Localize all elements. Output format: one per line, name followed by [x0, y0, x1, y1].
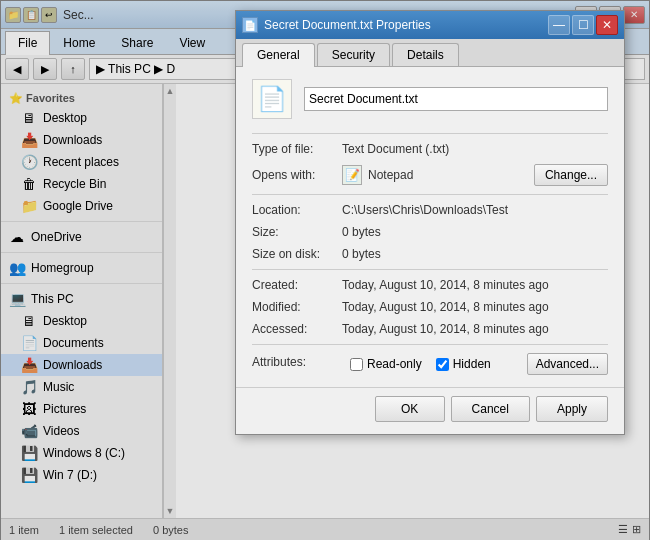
prop-row-type: Type of file: Text Document (.txt): [252, 142, 608, 156]
notepad-icon: 📝: [342, 165, 362, 185]
type-label: Type of file:: [252, 142, 342, 156]
dialog-content: 📄 Type of file: Text Document (.txt) Ope…: [236, 67, 624, 387]
prop-row-attributes: Attributes: Read-only Hidden Advanced...: [252, 353, 608, 375]
accessed-label: Accessed:: [252, 322, 342, 336]
prop-row-accessed: Accessed: Today, August 10, 2014, 8 minu…: [252, 322, 608, 336]
prop-row-location: Location: C:\Users\Chris\Downloads\Test: [252, 203, 608, 217]
dialog-maximize-btn[interactable]: ☐: [572, 15, 594, 35]
readonly-checkbox-label[interactable]: Read-only: [350, 357, 422, 371]
opens-value: Notepad: [368, 168, 413, 182]
prop-row-opens: Opens with: 📝 Notepad Change...: [252, 164, 608, 186]
modified-value: Today, August 10, 2014, 8 minutes ago: [342, 300, 549, 314]
apply-button[interactable]: Apply: [536, 396, 608, 422]
attributes-label: Attributes:: [252, 353, 342, 369]
dialog-tab-security[interactable]: Security: [317, 43, 390, 66]
attr-checkboxes: Read-only Hidden: [350, 357, 519, 371]
location-label: Location:: [252, 203, 342, 217]
size-disk-value: 0 bytes: [342, 247, 381, 261]
cancel-button[interactable]: Cancel: [451, 396, 530, 422]
dialog-title-icon: 📄: [242, 17, 258, 33]
advanced-button[interactable]: Advanced...: [527, 353, 608, 375]
size-disk-label: Size on disk:: [252, 247, 342, 261]
created-value: Today, August 10, 2014, 8 minutes ago: [342, 278, 549, 292]
dialog-close-btn[interactable]: ✕: [596, 15, 618, 35]
prop-row-size: Size: 0 bytes: [252, 225, 608, 239]
dialog-title-text: Secret Document.txt Properties: [264, 18, 431, 32]
separator-3: [252, 269, 608, 270]
dialog-tab-details[interactable]: Details: [392, 43, 459, 66]
accessed-value: Today, August 10, 2014, 8 minutes ago: [342, 322, 549, 336]
location-value: C:\Users\Chris\Downloads\Test: [342, 203, 508, 217]
opens-label: Opens with:: [252, 168, 342, 182]
prop-row-created: Created: Today, August 10, 2014, 8 minut…: [252, 278, 608, 292]
prop-row-size-disk: Size on disk: 0 bytes: [252, 247, 608, 261]
hidden-checkbox[interactable]: [436, 358, 449, 371]
dialog-minimize-btn[interactable]: —: [548, 15, 570, 35]
created-label: Created:: [252, 278, 342, 292]
change-button[interactable]: Change...: [534, 164, 608, 186]
modified-label: Modified:: [252, 300, 342, 314]
size-value: 0 bytes: [342, 225, 381, 239]
size-label: Size:: [252, 225, 342, 239]
dialog-footer: OK Cancel Apply: [236, 387, 624, 434]
ok-button[interactable]: OK: [375, 396, 445, 422]
dialog-tabs: General Security Details: [236, 39, 624, 67]
dialog-win-controls: — ☐ ✕: [548, 15, 618, 35]
prop-row-modified: Modified: Today, August 10, 2014, 8 minu…: [252, 300, 608, 314]
separator-4: [252, 344, 608, 345]
type-value: Text Document (.txt): [342, 142, 449, 156]
readonly-label-text: Read-only: [367, 357, 422, 371]
file-big-icon: 📄: [252, 79, 292, 119]
readonly-checkbox[interactable]: [350, 358, 363, 371]
properties-dialog: 📄 Secret Document.txt Properties — ☐ ✕ G…: [235, 10, 625, 435]
dialog-titlebar: 📄 Secret Document.txt Properties — ☐ ✕: [236, 11, 624, 39]
hidden-checkbox-label[interactable]: Hidden: [436, 357, 491, 371]
separator-1: [252, 133, 608, 134]
hidden-label-text: Hidden: [453, 357, 491, 371]
file-name-input[interactable]: [304, 87, 608, 111]
file-header: 📄: [252, 79, 608, 119]
separator-2: [252, 194, 608, 195]
dialog-tab-general[interactable]: General: [242, 43, 315, 67]
